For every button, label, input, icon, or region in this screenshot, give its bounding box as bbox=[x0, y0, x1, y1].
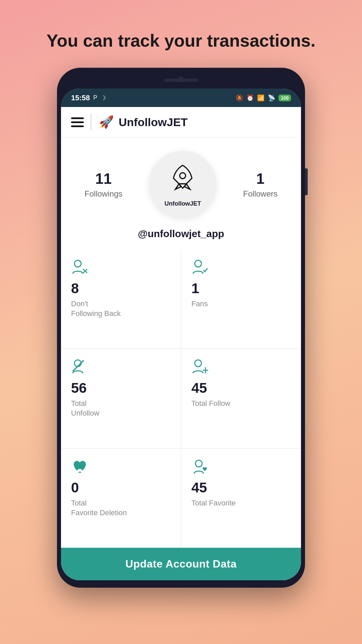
followers-label: Followers bbox=[243, 189, 278, 199]
phone-side-button bbox=[305, 168, 308, 195]
total-favorite-deletion-label: TotalFavorite Deletion bbox=[71, 498, 171, 518]
stat-card-fans[interactable]: 1 Fans bbox=[181, 250, 301, 348]
alarm-icon: ⏰ bbox=[246, 94, 254, 102]
update-account-button[interactable]: Update Account Data bbox=[61, 548, 301, 580]
header-separator bbox=[90, 114, 92, 130]
total-follow-icon bbox=[191, 359, 291, 377]
total-favorite-count: 45 bbox=[191, 480, 291, 496]
profile-avatar: UnfollowJET bbox=[149, 151, 216, 218]
total-follow-label: Total Follow bbox=[191, 399, 291, 409]
username-display: @unfollowjet_app bbox=[61, 225, 301, 250]
wifi-icon: 📡 bbox=[268, 94, 275, 102]
phone-shell: 15:58 P ☽ 🔕 ⏰ 📶 📡 100 bbox=[57, 68, 305, 588]
fans-count: 1 bbox=[191, 280, 291, 297]
svg-point-7 bbox=[195, 360, 201, 367]
status-icon-p: P bbox=[93, 94, 97, 101]
dont-following-back-count: 8 bbox=[71, 280, 171, 297]
status-bar: 15:58 P ☽ 🔕 ⏰ 📶 📡 100 bbox=[61, 89, 301, 107]
status-icon-moon: ☽ bbox=[101, 94, 106, 102]
fans-label: Fans bbox=[191, 299, 291, 309]
stat-card-total-follow[interactable]: 45 Total Follow bbox=[181, 349, 301, 448]
stat-card-total-unfollow[interactable]: 56 TotalUnfollow bbox=[61, 349, 181, 448]
svg-point-0 bbox=[180, 173, 186, 179]
svg-point-12 bbox=[195, 460, 202, 467]
total-unfollow-label: TotalUnfollow bbox=[71, 399, 171, 418]
hamburger-menu[interactable] bbox=[71, 117, 84, 127]
total-favorite-icon bbox=[191, 458, 291, 477]
avatar-rocket-svg bbox=[164, 162, 201, 199]
hamburger-line-3 bbox=[71, 125, 84, 127]
mute-icon: 🔕 bbox=[236, 94, 243, 102]
dont-following-back-label: Don'tFollowing Back bbox=[71, 299, 171, 318]
phone-speaker bbox=[164, 78, 198, 82]
total-favorite-label: Total Favorite bbox=[191, 498, 291, 508]
total-favorite-deletion-count: 0 bbox=[71, 480, 171, 496]
rocket-icon-header: 🚀 bbox=[99, 115, 114, 129]
hamburger-line-2 bbox=[71, 121, 84, 123]
total-unfollow-count: 56 bbox=[71, 380, 171, 396]
profile-section: 11 Followings UnfollowJET 1 Followers bbox=[61, 138, 301, 225]
followings-stat: 11 Followings bbox=[84, 170, 122, 199]
phone-screen: 15:58 P ☽ 🔕 ⏰ 📶 📡 100 bbox=[61, 89, 301, 580]
app-content: 🚀 UnfollowJET 11 Followings bbox=[61, 107, 301, 580]
followings-label: Followings bbox=[84, 189, 122, 199]
total-unfollow-icon bbox=[71, 359, 171, 377]
stat-card-total-favorite-deletion[interactable]: 0 TotalFavorite Deletion bbox=[61, 449, 181, 548]
status-right: 🔕 ⏰ 📶 📡 100 bbox=[236, 94, 291, 102]
dont-following-back-icon bbox=[71, 259, 171, 278]
hamburger-line-1 bbox=[71, 117, 84, 119]
stats-grid: 8 Don'tFollowing Back 1 Fans bbox=[61, 250, 301, 548]
stat-card-dont-following-back[interactable]: 8 Don'tFollowing Back bbox=[61, 250, 181, 348]
stat-card-total-favorite[interactable]: 45 Total Favorite bbox=[181, 449, 301, 548]
total-favorite-deletion-icon bbox=[71, 458, 171, 477]
followers-count: 1 bbox=[256, 170, 264, 187]
total-follow-count: 45 bbox=[191, 380, 291, 396]
page-headline: You can track your transactions. bbox=[47, 30, 315, 51]
svg-point-4 bbox=[195, 260, 201, 267]
battery-indicator: 100 bbox=[279, 95, 291, 101]
status-time: 15:58 bbox=[71, 94, 90, 102]
signal-icon: 📶 bbox=[257, 94, 264, 102]
app-header: 🚀 UnfollowJET bbox=[61, 107, 301, 138]
phone-top-bar bbox=[61, 72, 301, 89]
app-title-text: UnfollowJET bbox=[119, 116, 188, 129]
app-title-area: 🚀 UnfollowJET bbox=[99, 115, 188, 129]
avatar-label: UnfollowJET bbox=[165, 200, 201, 207]
followings-count: 11 bbox=[95, 170, 112, 187]
fans-icon bbox=[191, 259, 291, 278]
status-left: 15:58 P ☽ bbox=[71, 94, 106, 102]
svg-point-1 bbox=[74, 260, 81, 267]
followers-stat: 1 Followers bbox=[243, 170, 278, 199]
